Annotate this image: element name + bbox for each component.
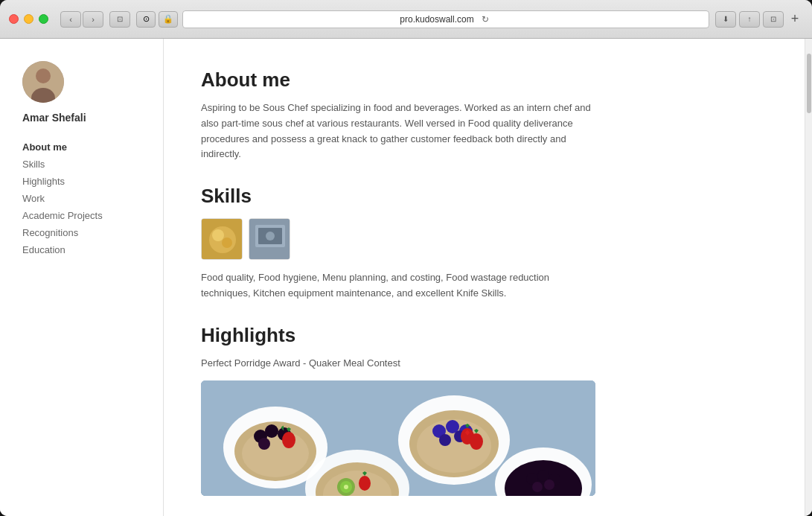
svg-point-27 [439,434,451,446]
add-tab-button[interactable]: + [787,11,803,28]
avatar [22,61,64,103]
reload-button[interactable]: ↻ [479,13,492,26]
svg-point-15 [242,430,309,477]
food-scene [201,380,595,496]
address-bar-container: ⊙ 🔒 pro.kudoswall.com ↻ [136,10,709,28]
svg-point-4 [209,226,236,253]
svg-point-30 [470,433,483,450]
svg-point-5 [212,229,224,241]
forward-button[interactable]: › [83,11,103,28]
security-icon-1[interactable]: ⊙ [136,11,156,28]
skill-image-1 [201,218,243,260]
highlights-award: Perfect Porridge Award - Quaker Meal Con… [201,356,595,372]
browser-content: Amar Shefali About me Skills Highlights … [0,39,812,516]
nav-menu: About me Skills Highlights Work Academic… [22,138,148,258]
sidebar-item-education[interactable]: Education [22,241,148,258]
svg-point-1 [36,69,51,83]
svg-point-20 [282,432,295,448]
traffic-lights [9,14,48,24]
minimize-button[interactable] [24,14,33,24]
share-button[interactable]: ↑ [739,11,760,28]
skill-image-2 [249,218,290,260]
main-content[interactable]: About me Aspiring to be Sous Chef specia… [164,39,805,516]
scrollbar-thumb[interactable] [807,54,811,113]
sidebar-item-academic-projects[interactable]: Academic Projects [22,207,148,224]
download-button[interactable]: ⬇ [715,11,736,28]
svg-point-10 [266,232,275,241]
view-button[interactable]: ⊡ [109,11,130,28]
sidebar-item-work[interactable]: Work [22,190,148,207]
svg-point-37 [544,480,554,490]
svg-point-36 [532,482,543,492]
svg-point-44 [344,485,348,489]
about-me-text: Aspiring to be Sous Chef specializing in… [201,101,595,162]
title-bar: ‹ › ⊡ ⊙ 🔒 pro.kudoswall.com ↻ ⬇ ↑ ⊡ + [0,0,812,39]
skills-section: Skills [201,185,767,302]
browser-nav-buttons: ‹ › [60,11,103,28]
about-me-section: About me Aspiring to be Sous Chef specia… [201,69,767,162]
svg-point-6 [222,238,232,248]
highlights-section: Highlights Perfect Porridge Award - Quak… [201,324,767,496]
highlights-title: Highlights [201,324,767,347]
sidebar: Amar Shefali About me Skills Highlights … [0,39,164,516]
svg-point-41 [359,476,371,491]
skills-images [201,218,767,260]
right-toolbar: ⬇ ↑ ⊡ + [715,11,803,28]
about-me-title: About me [201,69,767,92]
address-bar[interactable]: pro.kudoswall.com ↻ [182,10,709,28]
tab-button[interactable]: ⊡ [763,11,784,28]
url-text: pro.kudoswall.com [400,14,473,25]
security-icons: ⊙ 🔒 [136,11,178,28]
back-button[interactable]: ‹ [60,11,81,28]
security-icon-2[interactable]: 🔒 [159,11,178,28]
sidebar-item-about-me[interactable]: About me [22,138,148,156]
skills-title: Skills [201,185,767,208]
scrollbar-track[interactable] [805,39,812,516]
svg-point-19 [258,438,270,450]
browser-window: ‹ › ⊡ ⊙ 🔒 pro.kudoswall.com ↻ ⬇ ↑ ⊡ + [0,0,812,516]
profile-name: Amar Shefali [22,112,86,124]
sidebar-item-recognitions[interactable]: Recognitions [22,224,148,241]
skills-text: Food quality, Food hygiene, Menu plannin… [201,270,595,302]
svg-point-17 [265,424,278,438]
highlights-image [201,380,595,496]
sidebar-item-highlights[interactable]: Highlights [22,173,148,190]
sidebar-item-skills[interactable]: Skills [22,156,148,173]
close-button[interactable] [9,14,19,24]
maximize-button[interactable] [39,14,48,24]
